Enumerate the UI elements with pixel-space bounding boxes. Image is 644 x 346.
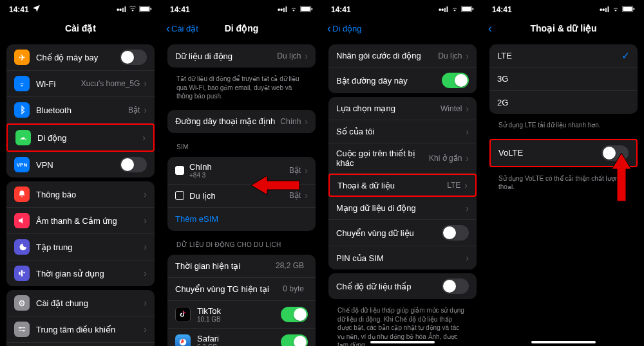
wifi-settings-icon [14, 76, 30, 91]
status-time: 14:41 [9, 5, 29, 14]
row-lte[interactable]: LTE ✓ [489, 44, 638, 68]
chevron-right-icon: › [144, 324, 147, 334]
cellular-icon [15, 130, 31, 145]
row-mobile-data[interactable]: Dữ liệu di động Du lịch › [167, 44, 316, 68]
row-vpn[interactable]: VPN VPN [6, 152, 155, 178]
add-esim-label: Thêm eSIM [175, 214, 308, 224]
chevron-right-icon: › [142, 132, 146, 143]
chevron-left-icon: ‹ [488, 23, 492, 34]
battery-icon [622, 5, 635, 14]
row-notifications[interactable]: Thông báo › [6, 181, 155, 208]
row-app-tiktok[interactable]: TikTok 10,1 GB [167, 301, 316, 329]
airplane-toggle[interactable] [120, 50, 147, 65]
chevron-right-icon: › [466, 51, 469, 61]
currentroaming-label: Chuyển vùng TG hiện tại [175, 284, 283, 294]
row-general[interactable]: ⚙ Cài đặt chung › [6, 290, 155, 316]
battery-icon [300, 5, 313, 14]
sim1-value: Bật [289, 166, 301, 175]
chevron-right-icon: › [305, 190, 308, 201]
page-title: Di động [225, 23, 259, 33]
row-bluetooth[interactable]: Bluetooth Bật › [6, 97, 155, 123]
tiktok-toggle[interactable] [281, 307, 308, 322]
row-volte[interactable]: VoLTE [491, 140, 636, 166]
wifi-icon [289, 4, 298, 15]
chevron-right-icon: › [466, 127, 469, 137]
chevron-right-icon: › [305, 116, 308, 127]
roaming-toggle[interactable] [442, 225, 469, 241]
chevron-right-icon: › [144, 105, 147, 115]
row-default-voice-line[interactable]: Đường dây thoại mặc định Chính › [167, 110, 316, 133]
chevron-right-icon: › [144, 189, 147, 199]
turn-on-toggle[interactable] [442, 73, 469, 88]
row-screentime[interactable]: Thời gian sử dụng › [6, 260, 155, 286]
row-voice-data[interactable]: Thoại & dữ liệu LTE › [328, 174, 477, 197]
low-data-toggle[interactable] [442, 278, 469, 294]
row-focus[interactable]: Tập trung › [6, 234, 155, 260]
vpn-toggle[interactable] [120, 157, 147, 172]
safari-toggle[interactable] [281, 334, 308, 347]
row-sim-travel[interactable]: Du lịch Bật › [167, 185, 316, 208]
svg-rect-6 [19, 331, 26, 331]
data-usage-header: DỮ LIỆU DI ĐỘNG CHO DU LỊCH [167, 235, 316, 251]
svg-rect-4 [19, 327, 26, 328]
row-app-safari[interactable]: Safari 6,3 GB [167, 329, 316, 347]
svg-rect-21 [623, 7, 632, 11]
chevron-right-icon: › [466, 253, 469, 263]
battery-icon [139, 5, 152, 14]
airplane-icon: ✈ [14, 50, 30, 65]
row-wifi[interactable]: Wi-Fi Xucu's home_5G › [6, 71, 155, 97]
wifi-icon [611, 4, 620, 15]
row-data-network[interactable]: Mạng dữ liệu di động › [328, 197, 477, 220]
row-turn-on-line[interactable]: Bật đường dây này [328, 68, 477, 93]
row-3g[interactable]: 3G [489, 68, 638, 91]
back-label: Di động [332, 24, 362, 33]
chevron-right-icon: › [464, 180, 468, 190]
row-my-number[interactable]: Số của tôi › [328, 120, 477, 143]
row-sounds[interactable]: Âm thanh & Cảm ứng › [6, 208, 155, 234]
svg-rect-1 [140, 7, 149, 11]
row-sim-pin[interactable]: PIN của SIM › [328, 246, 477, 269]
cell-icon: ••ıl [439, 5, 448, 14]
notifications-icon [14, 187, 30, 202]
tiktok-icon [175, 307, 191, 322]
back-button[interactable]: ‹ Cài đặt [166, 23, 198, 34]
page-title: Cài đặt [65, 23, 96, 33]
row-airplane[interactable]: ✈ Chế độ máy bay [6, 44, 155, 71]
row-plan-label[interactable]: Nhãn gói cước di động Du lịch › [328, 44, 477, 68]
check-icon: ✓ [621, 50, 630, 62]
status-time: 14:41 [170, 5, 190, 14]
row-network-selection[interactable]: Lựa chọn mạng Wintel › [328, 97, 477, 120]
row-low-data-mode[interactable]: Chế độ dữ liệu thấp [328, 273, 477, 299]
cellular-label: Di động [37, 133, 142, 143]
sim1-sub: +84 3 [189, 172, 289, 179]
row-add-esim[interactable]: Thêm eSIM [167, 208, 316, 231]
home-indicator[interactable] [370, 341, 435, 343]
chevron-right-icon: › [466, 104, 469, 114]
lte-label: LTE [497, 51, 621, 60]
sim2-label: Du lịch [189, 191, 289, 201]
default-line-label: Đường dây thoại mặc định [175, 116, 280, 126]
row-2g[interactable]: 2G [489, 91, 638, 114]
row-calls-other-devices[interactable]: Cuộc gọi trên thiết bị khác Khi ở gần › [328, 143, 477, 174]
row-current-roaming[interactable]: Chuyển vùng TG hiện tại 0 byte [167, 278, 316, 301]
volte-toggle[interactable] [601, 145, 629, 161]
sim1-labelbox: Chính +84 3 [189, 162, 289, 179]
safari-label: Safari [197, 334, 219, 343]
row-display[interactable]: AA Màn hình & Độ sáng › [6, 343, 155, 346]
row-cellular[interactable]: Di động › [6, 123, 155, 152]
row-current-period[interactable]: Thời gian hiện tại 28,2 GB [167, 255, 316, 278]
vpn-label: VPN [36, 160, 120, 170]
row-control-center[interactable]: Trung tâm điều khiển › [6, 316, 155, 343]
chevron-right-icon: › [144, 78, 147, 89]
home-indicator[interactable] [531, 341, 596, 343]
bluetooth-icon [14, 102, 30, 118]
lte-footer: Sử dụng LTE tải dữ liệu nhanh hơn. [489, 118, 638, 135]
row-data-roaming[interactable]: Chuyển vùng dữ liệu [328, 220, 477, 246]
row-sim-primary[interactable]: Chính +84 3 Bật › [167, 157, 316, 185]
tiktok-labelbox: TikTok 10,1 GB [197, 306, 281, 323]
my-number-label: Số của tôi [336, 127, 466, 136]
back-button[interactable]: ‹ [488, 23, 493, 34]
network-label: Lựa chọn mạng [336, 104, 440, 113]
plan-label: Nhãn gói cước di động [336, 51, 438, 60]
back-button[interactable]: ‹ Di động [327, 23, 362, 34]
